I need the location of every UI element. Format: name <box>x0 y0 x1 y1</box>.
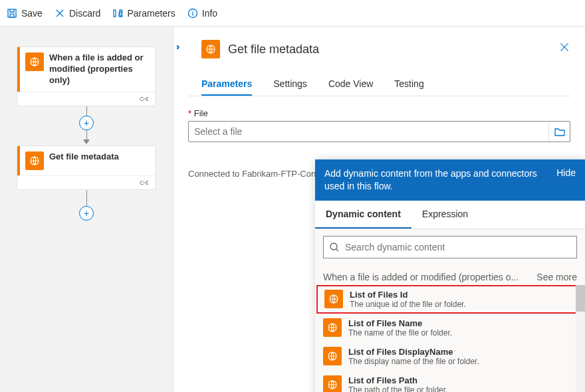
panel-title: Get file metadata <box>228 43 319 56</box>
tab-parameters[interactable]: Parameters <box>201 73 252 96</box>
ftp-panel-icon <box>201 40 220 58</box>
flow-canvas: When a file is added or modified (proper… <box>0 27 173 392</box>
close-panel-button[interactable] <box>558 41 570 53</box>
connector-line <box>86 190 87 206</box>
details-panel: ›› Get file metadata Parameters Settings… <box>173 27 585 392</box>
dynamic-content-banner: Add dynamic content from the apps and co… <box>324 167 537 193</box>
ftp-item-icon <box>323 375 342 392</box>
save-icon <box>7 8 17 19</box>
dynamic-content-item-desc: The unique id of the file or folder. <box>350 300 466 309</box>
link-icon <box>140 95 150 103</box>
file-input-group <box>188 121 570 142</box>
dynamic-content-tabs: Dynamic content Expression <box>315 201 585 229</box>
hide-dynamic-content-button[interactable]: Hide <box>556 167 576 178</box>
panel-tabs: Parameters Settings Code View Testing <box>188 73 570 96</box>
svg-rect-2 <box>114 10 116 17</box>
toolbar: Save Discard @ Parameters Info <box>0 0 585 27</box>
action-title: Get file metadata <box>49 151 119 163</box>
connector-line <box>86 130 87 140</box>
tab-dynamic-content[interactable]: Dynamic content <box>315 201 411 229</box>
trigger-title: When a file is added or modified (proper… <box>49 52 150 86</box>
save-label: Save <box>21 8 43 19</box>
ftp-item-icon <box>324 290 343 308</box>
dynamic-content-item[interactable]: List of Files DisplayNameThe display nam… <box>315 342 585 371</box>
collapse-panel-button[interactable]: ›› <box>176 41 177 52</box>
file-field-label: * File <box>188 108 570 118</box>
discard-icon <box>55 8 65 19</box>
svg-rect-1 <box>10 14 14 17</box>
see-more-button[interactable]: See more <box>536 272 577 282</box>
dynamic-content-item-desc: The display name of the file or folder. <box>348 357 479 366</box>
arrow-down-icon <box>83 140 90 144</box>
dynamic-content-item-name: List of Files Path <box>348 375 447 385</box>
search-icon <box>329 242 340 252</box>
dynamic-content-item-name: List of Files Id <box>350 290 466 300</box>
dynamic-content-popup: Add dynamic content from the apps and co… <box>315 159 585 392</box>
browse-folder-button[interactable] <box>548 122 570 142</box>
add-step-button[interactable]: + <box>79 116 94 130</box>
dynamic-content-header: Add dynamic content from the apps and co… <box>315 159 585 201</box>
parameters-button[interactable]: @ Parameters <box>112 8 175 19</box>
ftp-action-icon <box>25 151 44 170</box>
dynamic-content-section-header: When a file is added or modified (proper… <box>315 265 585 285</box>
info-button[interactable]: Info <box>187 8 217 19</box>
dynamic-content-item[interactable]: List of Files IdThe unique id of the fil… <box>316 285 584 314</box>
ftp-item-icon <box>323 347 342 365</box>
dynamic-content-section-title: When a file is added or modified (proper… <box>323 272 519 282</box>
dynamic-content-item-desc: The name of the file or folder. <box>348 328 452 338</box>
dynamic-content-item[interactable]: List of Files NameThe name of the file o… <box>315 314 585 342</box>
action-card[interactable]: Get file metadata <box>17 146 156 190</box>
main: When a file is added or modified (proper… <box>0 27 585 392</box>
dynamic-content-item-desc: The path of the file or folder. <box>348 385 447 392</box>
tab-expression[interactable]: Expression <box>411 201 479 229</box>
dynamic-content-search <box>323 236 577 258</box>
add-step-button[interactable]: + <box>79 206 94 221</box>
scrollbar[interactable] <box>576 285 585 392</box>
svg-point-9 <box>330 243 337 250</box>
dynamic-content-item-name: List of Files DisplayName <box>348 347 479 357</box>
parameters-icon: @ <box>112 8 123 19</box>
info-icon <box>187 8 198 19</box>
scrollbar-thumb[interactable] <box>576 285 585 312</box>
ftp-item-icon <box>323 318 342 337</box>
link-icon <box>140 179 150 187</box>
ftp-trigger-icon <box>25 52 44 71</box>
svg-rect-0 <box>8 9 16 17</box>
connector-line <box>86 106 87 116</box>
parameters-label: Parameters <box>127 8 175 19</box>
tab-settings[interactable]: Settings <box>273 73 307 96</box>
file-input[interactable] <box>189 126 548 137</box>
tab-testing[interactable]: Testing <box>394 73 423 96</box>
panel-header: Get file metadata <box>188 40 570 58</box>
dynamic-content-item-name: List of Files Name <box>348 318 452 328</box>
save-button[interactable]: Save <box>7 8 43 19</box>
tab-code-view[interactable]: Code View <box>328 73 373 96</box>
info-label: Info <box>202 8 217 19</box>
discard-button[interactable]: Discard <box>55 8 100 19</box>
dynamic-content-list: List of Files IdThe unique id of the fil… <box>315 285 585 392</box>
trigger-card[interactable]: When a file is added or modified (proper… <box>17 47 156 106</box>
dynamic-content-search-input[interactable] <box>345 242 571 252</box>
discard-label: Discard <box>69 8 100 19</box>
dynamic-content-item[interactable]: List of Files PathThe path of the file o… <box>315 371 585 392</box>
